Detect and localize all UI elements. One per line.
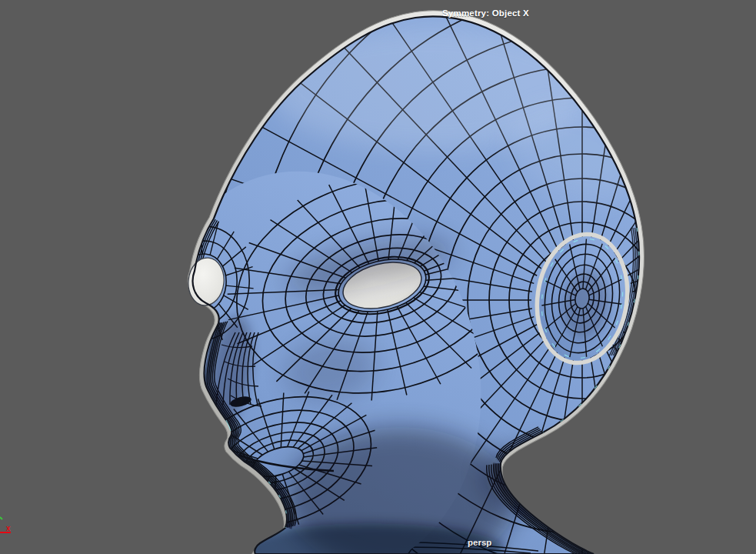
maya-viewport[interactable]: Symmetry: Object X persp x <box>0 0 756 554</box>
axis-x-label: x <box>6 524 11 532</box>
axis-gizmo: x <box>0 508 46 554</box>
viewport-canvas[interactable] <box>0 0 756 554</box>
